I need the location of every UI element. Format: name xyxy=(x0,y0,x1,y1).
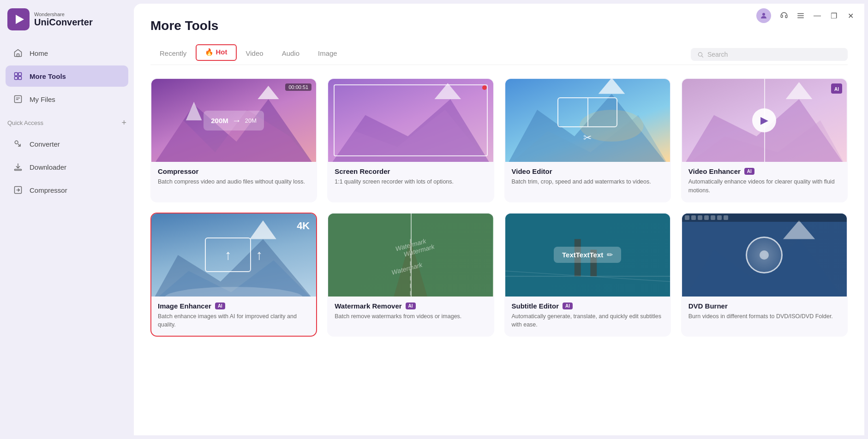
sidebar-item-my-files[interactable]: My Files xyxy=(6,89,128,110)
compressor-icon xyxy=(13,185,23,195)
image-before-frame: ↑ xyxy=(205,237,251,272)
svg-rect-4 xyxy=(18,73,22,76)
svg-point-10 xyxy=(15,141,18,144)
sidebar-item-compressor[interactable]: Compressor xyxy=(6,179,128,201)
tool-name-row-compressor: Compressor xyxy=(158,167,310,175)
ai-badge-label-image-enhancer: AI xyxy=(215,303,225,309)
tool-thumb-watermark: Watermark Watermark Watermark xyxy=(328,214,493,297)
tools-grid: 00:00:51 200M → 20M Compressor Batch com… xyxy=(150,78,848,337)
tool-name-row-watermark: Watermark Remover AI xyxy=(335,302,486,310)
compress-size-display: 200M → 20M xyxy=(204,111,264,131)
tool-card-video-editor[interactable]: ✂ Video Editor Batch trim, crop, speed a… xyxy=(504,78,671,202)
user-avatar[interactable] xyxy=(756,8,771,23)
headphone-button[interactable] xyxy=(777,8,791,23)
tool-name-row-image-enhancer: Image Enhancer AI xyxy=(158,302,310,310)
fire-icon: 🔥 xyxy=(205,48,214,56)
compressor-overlay: 200M → 20M xyxy=(151,79,316,162)
tool-card-dvd-burner[interactable]: DVD Burner Burn videos in different form… xyxy=(681,213,848,337)
tool-name-video-enhancer: Video Enhancer xyxy=(688,167,741,175)
search-input[interactable] xyxy=(707,51,841,58)
tool-card-compressor[interactable]: 00:00:51 200M → 20M Compressor Batch com… xyxy=(150,78,317,202)
svg-rect-2 xyxy=(17,54,19,57)
tool-body-recorder: Screen Recorder 1:1 quality screen recor… xyxy=(328,162,493,193)
tool-name-row-dvd: DVD Burner xyxy=(688,302,840,310)
tool-body-subtitle: Subtitle Editor AI Automatically generat… xyxy=(505,297,670,336)
dvd-center-hole xyxy=(760,250,769,260)
tool-name-editor: Video Editor xyxy=(512,167,552,175)
tool-card-subtitle-editor[interactable]: TextTextText ✏ Subtitle Editor AI Automa… xyxy=(504,213,671,337)
sidebar-item-converter[interactable]: Converter xyxy=(6,133,128,154)
tab-hot[interactable]: 🔥 Hot xyxy=(196,44,236,61)
dvd-overlay xyxy=(682,214,847,297)
tool-card-screen-recorder[interactable]: Screen Recorder 1:1 quality screen recor… xyxy=(327,78,494,202)
up-arrow-icon: ↑ xyxy=(225,247,232,263)
logo-area: Wondershare UniConverter xyxy=(0,0,134,39)
sidebar-item-converter-label: Converter xyxy=(30,140,60,148)
tool-body-compressor: Compressor Batch compress video and audi… xyxy=(151,162,316,193)
tab-audio[interactable]: Audio xyxy=(273,46,309,64)
converter-icon xyxy=(13,139,23,149)
sidebar-item-more-tools-label: More Tools xyxy=(30,72,66,80)
app-name: UniConverter xyxy=(34,17,93,28)
sidebar-item-home-label: Home xyxy=(30,49,48,57)
tool-card-image-enhancer[interactable]: 4K ↑ ↑ Image Enhancer AI Batch enhance i… xyxy=(150,213,317,337)
sidebar-item-compressor-label: Compressor xyxy=(30,186,67,194)
compress-arrow-icon: → xyxy=(232,115,241,126)
tool-thumb-video-enhancer: ▶ AI xyxy=(682,79,847,162)
image-enhance-arrows: ↑ ↑ xyxy=(205,237,263,272)
minimize-button[interactable]: — xyxy=(810,8,825,23)
close-button[interactable]: ✕ xyxy=(843,8,858,23)
restore-button[interactable]: ❐ xyxy=(826,8,841,23)
editor-preview-frame xyxy=(557,97,617,127)
svg-point-13 xyxy=(762,13,765,16)
tool-thumb-recorder xyxy=(328,79,493,162)
tab-recently[interactable]: Recently xyxy=(150,46,196,64)
window-controls: — ❐ ✕ xyxy=(750,4,864,28)
editor-frame-group: ✂ xyxy=(557,97,617,144)
tool-body-dvd: DVD Burner Burn videos in different form… xyxy=(682,297,847,327)
tool-name-subtitle: Subtitle Editor xyxy=(512,302,559,310)
tool-name-row-recorder: Screen Recorder xyxy=(335,167,486,175)
compress-from: 200M xyxy=(211,117,228,125)
svg-rect-6 xyxy=(18,77,22,80)
page-title: More Tools xyxy=(150,18,848,33)
tool-desc-recorder: 1:1 quality screen recorder with lots of… xyxy=(335,178,486,186)
sidebar-navigation: Home More Tools xyxy=(0,39,134,113)
home-icon xyxy=(13,48,23,58)
svg-point-17 xyxy=(698,52,702,56)
menu-button[interactable] xyxy=(793,8,808,23)
tool-thumb-image-enhancer: 4K ↑ ↑ xyxy=(151,214,316,297)
tool-card-video-enhancer[interactable]: ▶ AI Video Enhancer AI Automatically enh… xyxy=(681,78,848,202)
quick-access-add-button[interactable]: + xyxy=(121,118,126,128)
recorder-bracket xyxy=(334,84,487,156)
main-content: — ❐ ✕ More Tools Recently 🔥 Hot Video Au… xyxy=(134,4,864,435)
editor-overlay: ✂ xyxy=(505,79,670,162)
sidebar-item-more-tools[interactable]: More Tools xyxy=(6,65,128,87)
sidebar-item-home[interactable]: Home xyxy=(6,42,128,64)
tool-name-row-video-enhancer: Video Enhancer AI xyxy=(688,167,840,175)
search-icon xyxy=(697,51,704,58)
ai-badge-video-enhancer: AI xyxy=(831,83,842,94)
sidebar: Wondershare UniConverter Home xyxy=(0,0,134,439)
up-arrow-right-icon: ↑ xyxy=(256,247,263,263)
tab-image[interactable]: Image xyxy=(309,46,347,64)
tab-video[interactable]: Video xyxy=(237,46,273,64)
search-box[interactable] xyxy=(691,48,848,61)
tool-card-watermark-remover[interactable]: Watermark Watermark Watermark Watermark … xyxy=(327,213,494,337)
file-icon xyxy=(13,94,23,104)
ai-badge-label-subtitle: AI xyxy=(563,303,573,309)
svg-rect-11 xyxy=(15,169,22,171)
rec-indicator xyxy=(482,85,487,90)
svg-line-18 xyxy=(702,56,703,57)
tool-name-row-editor: Video Editor xyxy=(512,167,664,175)
tabs-bar: Recently 🔥 Hot Video Audio Image xyxy=(150,44,848,65)
sidebar-item-downloader-label: Downloader xyxy=(30,163,66,171)
sidebar-item-downloader[interactable]: Downloader xyxy=(6,156,128,178)
tool-name-watermark: Watermark Remover xyxy=(335,302,401,310)
tool-thumb-compressor: 00:00:51 200M → 20M xyxy=(151,79,316,162)
subtitle-overlay: TextTextText ✏ xyxy=(505,214,670,297)
tool-name-compressor: Compressor xyxy=(158,167,198,175)
tool-name-recorder: Screen Recorder xyxy=(335,167,390,175)
subtitle-text-box: TextTextText ✏ xyxy=(554,247,621,263)
svg-rect-7 xyxy=(15,96,22,103)
